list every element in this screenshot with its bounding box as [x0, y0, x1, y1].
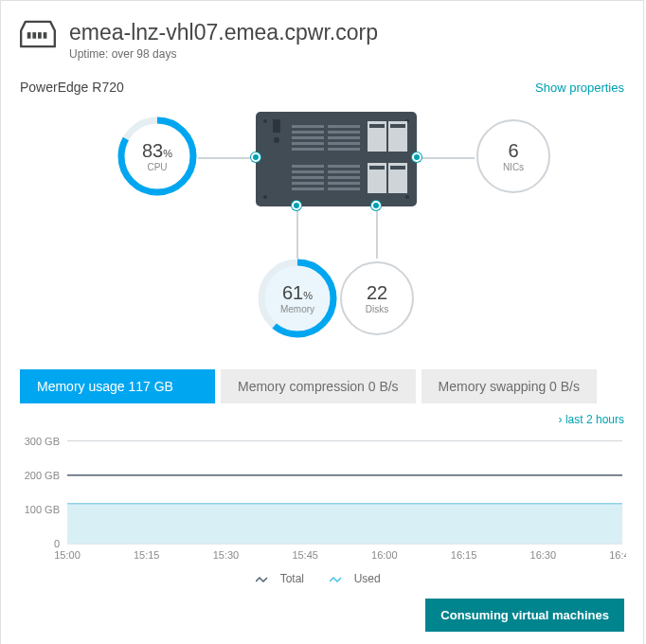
tab-memory-swapping[interactable]: Memory swapping 0 B/s [422, 369, 597, 403]
server-diagram: 83% CPU 6 NICs 61% Memory 22 Disk [20, 108, 624, 354]
server-rack-icon [256, 112, 417, 206]
svg-text:16:00: 16:00 [371, 549, 398, 561]
cpu-value: 83 [142, 140, 163, 161]
memory-value: 61 [282, 282, 303, 303]
svg-text:16:45: 16:45 [609, 549, 626, 561]
svg-rect-9 [273, 119, 280, 133]
cpu-label: CPU [147, 162, 167, 172]
timeframe-link[interactable]: last 2 hours [20, 413, 624, 426]
model-row: PowerEdge R720 Show properties [20, 80, 624, 95]
tab-memory-compression[interactable]: Memory compression 0 B/s [221, 369, 416, 403]
legend-total: Total [256, 572, 312, 585]
show-properties-link[interactable]: Show properties [535, 80, 624, 95]
svg-rect-13 [292, 131, 324, 134]
svg-text:15:30: 15:30 [213, 549, 240, 561]
memory-gauge[interactable]: 61% Memory [257, 258, 338, 339]
svg-rect-1 [32, 32, 36, 39]
svg-rect-20 [328, 148, 360, 151]
svg-text:0: 0 [54, 538, 60, 549]
server-icon [20, 20, 56, 52]
svg-rect-36 [369, 166, 385, 170]
legend-used: Used [330, 572, 387, 585]
header: emea-lnz-vhl07.emea.cpwr.corp Uptime: ov… [20, 20, 624, 61]
svg-rect-0 [27, 32, 31, 39]
server-model: PowerEdge R720 [20, 80, 124, 95]
svg-rect-30 [328, 188, 360, 190]
memory-chart[interactable]: 0100 GB200 GB300 GB15:0015:1515:3015:451… [20, 432, 624, 564]
memory-label: Memory [280, 304, 314, 314]
svg-rect-3 [44, 32, 47, 39]
svg-rect-21 [292, 165, 324, 168]
disks-value: 22 [367, 282, 387, 304]
svg-rect-24 [328, 170, 360, 173]
disks-gauge[interactable]: 22 Disks [336, 258, 418, 339]
cpu-gauge[interactable]: 83% CPU [117, 116, 198, 197]
consuming-vms-button[interactable]: Consuming virtual machines [425, 599, 624, 632]
svg-text:15:15: 15:15 [134, 549, 160, 561]
svg-rect-23 [292, 170, 324, 173]
svg-point-7 [263, 195, 267, 199]
metric-tabs: Memory usage 117 GB Memory compression 0… [20, 369, 624, 403]
svg-rect-29 [292, 188, 324, 190]
svg-rect-16 [328, 136, 360, 139]
svg-rect-25 [292, 176, 324, 179]
svg-rect-15 [292, 136, 324, 139]
svg-rect-27 [292, 182, 324, 185]
svg-rect-17 [292, 142, 324, 145]
svg-rect-11 [292, 125, 324, 128]
hostname: emea-lnz-vhl07.emea.cpwr.corp [69, 20, 378, 45]
svg-rect-34 [390, 124, 405, 128]
host-details-panel: emea-lnz-vhl07.emea.cpwr.corp Uptime: ov… [0, 0, 644, 644]
svg-rect-22 [328, 165, 360, 168]
svg-text:15:00: 15:00 [54, 549, 81, 561]
disks-label: Disks [366, 304, 388, 314]
nics-label: NICs [503, 162, 524, 172]
svg-text:15:45: 15:45 [292, 549, 318, 561]
nics-value: 6 [508, 140, 518, 162]
svg-text:300 GB: 300 GB [25, 436, 60, 447]
svg-rect-14 [328, 131, 360, 134]
svg-rect-19 [292, 148, 324, 151]
svg-rect-18 [328, 142, 360, 145]
svg-rect-12 [328, 125, 360, 128]
svg-rect-28 [328, 182, 360, 185]
svg-point-5 [263, 119, 267, 123]
svg-text:16:15: 16:15 [451, 549, 477, 561]
svg-text:200 GB: 200 GB [25, 470, 60, 481]
nics-gauge[interactable]: 6 NICs [473, 116, 554, 197]
svg-text:100 GB: 100 GB [25, 504, 60, 515]
svg-point-8 [405, 195, 409, 199]
chart-legend: Total Used [20, 572, 624, 585]
uptime-text: Uptime: over 98 days [69, 47, 378, 61]
svg-rect-2 [38, 32, 42, 39]
svg-point-10 [274, 137, 279, 143]
tab-memory-usage[interactable]: Memory usage 117 GB [20, 369, 215, 403]
svg-rect-26 [328, 176, 360, 179]
svg-text:16:30: 16:30 [530, 549, 557, 561]
svg-rect-32 [369, 124, 385, 128]
svg-rect-38 [390, 166, 405, 170]
